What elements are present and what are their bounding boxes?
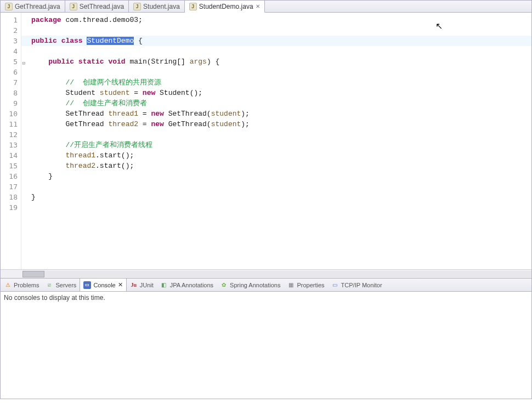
close-icon[interactable]: ✕ (118, 281, 123, 288)
editor-pane: J GetThread.java J SetThread.java J Stud… (0, 0, 532, 279)
tab-label: JPA Annotations (170, 282, 213, 288)
java-file-icon: J (70, 3, 77, 10)
line-number: 4 (1, 46, 18, 56)
line-number: 3 (1, 36, 18, 46)
line-number: 15 (1, 161, 18, 171)
line-number: 13 (1, 140, 18, 150)
tab-problems[interactable]: ⚠ Problems (1, 281, 42, 289)
horizontal-scrollbar[interactable] (1, 269, 531, 278)
tab-label: Problems (14, 282, 39, 288)
tab-servers[interactable]: ⎚ Servers (42, 281, 80, 289)
code-editor[interactable]: package com.thread.demo03; public class … (21, 13, 531, 269)
tab-label: GetThread.java (15, 3, 60, 10)
line-number: 18 (1, 192, 18, 202)
tab-label: StudentDemo.java (199, 3, 253, 10)
bottom-tab-bar: ⚠ Problems ⎚ Servers ▭ Console ✕ Ju JUni… (1, 279, 531, 292)
tab-studentdemo[interactable]: J StudentDemo.java ✕ (185, 1, 265, 13)
properties-icon: ▦ (287, 281, 295, 289)
tab-label: JUnit (140, 282, 154, 288)
spring-icon: ✿ (220, 281, 228, 289)
line-number: 19 (1, 202, 18, 213)
tab-jpa[interactable]: ◧ JPA Annotations (157, 281, 217, 289)
line-number: 17 (1, 181, 18, 192)
tab-label: Spring Annotations (230, 282, 280, 288)
line-number: 8 (1, 88, 18, 98)
tab-properties[interactable]: ▦ Properties (284, 281, 327, 289)
line-number: 5 (1, 56, 18, 67)
line-number: 2 (1, 25, 18, 36)
scroll-thumb[interactable] (22, 271, 44, 277)
tab-junit[interactable]: Ju JUnit (127, 281, 157, 289)
line-gutter: 1 2 3 4 5 6 7 8 9 10 11 12 13 14 15 16 1… (1, 13, 21, 269)
problems-icon: ⚠ (4, 281, 12, 289)
console-icon: ▭ (83, 281, 91, 289)
tab-spring[interactable]: ✿ Spring Annotations (217, 281, 284, 289)
java-file-icon: J (5, 3, 13, 10)
tab-label: Properties (297, 282, 324, 288)
line-number: 10 (1, 109, 18, 119)
tab-label: SetThread.java (80, 3, 124, 10)
line-number: 7 (1, 77, 18, 88)
monitor-icon: ▭ (331, 281, 339, 289)
editor-tab-bar: J GetThread.java J SetThread.java J Stud… (1, 1, 531, 13)
junit-icon: Ju (130, 281, 138, 289)
line-number: 12 (1, 129, 18, 140)
tab-label: TCP/IP Monitor (341, 282, 382, 288)
console-body: No consoles to display at this time. (1, 292, 531, 399)
line-number: 14 (1, 150, 18, 161)
close-icon[interactable]: ✕ (256, 3, 260, 9)
tab-getthread[interactable]: J GetThread.java (1, 1, 65, 12)
line-number: 11 (1, 119, 18, 129)
tab-tcpip[interactable]: ▭ TCP/IP Monitor (328, 281, 386, 289)
tab-label: Console (93, 282, 115, 288)
servers-icon: ⎚ (46, 281, 53, 289)
line-number: 6 (1, 67, 18, 77)
tab-console[interactable]: ▭ Console ✕ (80, 279, 126, 291)
java-file-icon: J (189, 3, 197, 10)
line-number: 1 (1, 15, 18, 25)
code-area: 1 2 3 4 5 6 7 8 9 10 11 12 13 14 15 16 1… (1, 13, 531, 269)
console-message: No consoles to display at this time. (4, 294, 105, 302)
bottom-pane: ⚠ Problems ⎚ Servers ▭ Console ✕ Ju JUni… (0, 279, 532, 399)
tab-label: Student.java (143, 3, 180, 10)
tab-student[interactable]: J Student.java (129, 1, 185, 12)
line-number: 16 (1, 171, 18, 181)
jpa-icon: ◧ (160, 281, 168, 289)
line-number: 9 (1, 98, 18, 109)
tab-label: Servers (55, 282, 76, 288)
tab-setthread[interactable]: J SetThread.java (65, 1, 129, 12)
scroll-track[interactable] (22, 271, 531, 277)
java-file-icon: J (133, 3, 141, 10)
